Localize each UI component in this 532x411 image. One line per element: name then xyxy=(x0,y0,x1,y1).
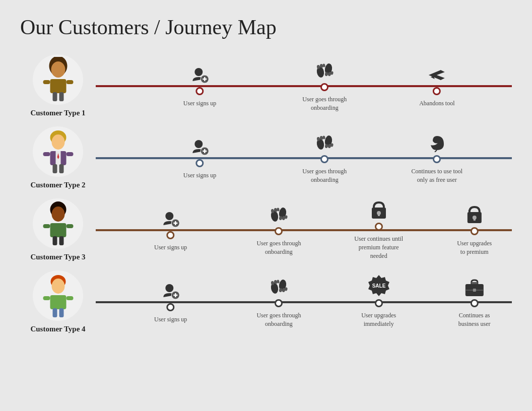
svg-rect-44 xyxy=(52,236,57,245)
step-label: Continues as business user xyxy=(455,311,493,328)
svg-point-28 xyxy=(195,140,203,148)
journey-row-2: Customer Type 2 User signs up User goes … xyxy=(20,126,512,189)
step-3-3: User continues until premium feature nee… xyxy=(351,199,407,260)
step-label: User upgrades to premium xyxy=(455,239,493,256)
title-bold: Our Customers xyxy=(20,16,149,39)
avatar-area-3: Customer Type 3 xyxy=(20,198,96,261)
lock-closed-icon xyxy=(370,199,388,220)
lock-open-icon xyxy=(466,204,484,224)
customer-label-2: Customer Type 2 xyxy=(30,181,85,189)
customer-label-4: Customer Type 4 xyxy=(30,325,85,333)
svg-rect-69 xyxy=(52,308,57,317)
step-dot xyxy=(275,299,283,307)
briefcase-icon xyxy=(464,276,485,296)
title-light: / Journey Map xyxy=(149,16,277,39)
timeline-1: User signs up User goes through onboardi… xyxy=(96,56,512,116)
step-1-1: User signs up xyxy=(183,64,216,108)
step-dot xyxy=(471,227,479,235)
step-dot xyxy=(275,227,283,235)
step-dot xyxy=(471,299,479,307)
svg-text:SALE: SALE xyxy=(372,283,385,289)
avatar xyxy=(33,270,83,321)
svg-point-67 xyxy=(51,279,64,294)
page-title: Our Customers / Journey Map xyxy=(20,15,512,39)
svg-rect-90 xyxy=(473,289,476,292)
step-label: User signs up xyxy=(183,99,216,108)
step-dot xyxy=(320,83,328,91)
svg-rect-5 xyxy=(43,80,50,84)
step-dot xyxy=(375,223,383,231)
svg-point-48 xyxy=(166,212,174,220)
step-3-2: User goes through onboarding xyxy=(251,204,306,256)
svg-rect-70 xyxy=(59,308,63,317)
signup-icon xyxy=(162,280,180,300)
timeline-2: User signs up User goes through onboardi… xyxy=(96,128,512,188)
avatar xyxy=(33,198,83,249)
step-dot xyxy=(433,155,441,163)
step-dot xyxy=(433,87,441,95)
avatar xyxy=(33,126,83,177)
step-dot xyxy=(320,155,328,163)
step-4-4: Continues as business user xyxy=(455,276,493,328)
timeline-4: User signs up User goes through onboardi… xyxy=(96,272,512,332)
svg-rect-45 xyxy=(59,236,63,245)
plane-icon xyxy=(427,64,447,84)
svg-rect-24 xyxy=(52,164,57,173)
step-4-2: User goes through onboarding xyxy=(251,276,306,328)
signup-icon xyxy=(191,136,209,156)
step-2-1: User signs up xyxy=(183,136,216,180)
footprints-icon xyxy=(314,132,335,152)
journey-map: Customer Type 1 User signs up User goes … xyxy=(20,54,512,333)
journey-row-1: Customer Type 1 User signs up User goes … xyxy=(20,54,512,117)
step-label: User signs up xyxy=(154,315,187,324)
svg-rect-26 xyxy=(43,152,50,156)
step-label: User goes through onboarding xyxy=(297,95,352,112)
step-dot xyxy=(196,87,204,95)
svg-rect-65 xyxy=(474,218,476,221)
svg-rect-68 xyxy=(50,295,66,309)
step-2-3: Continues to use tool only as free user xyxy=(409,132,464,184)
customer-label-3: Customer Type 3 xyxy=(30,253,85,261)
step-label: User goes through onboarding xyxy=(251,239,306,256)
svg-point-42 xyxy=(51,207,64,222)
step-label: User goes through onboarding xyxy=(297,167,352,184)
step-1-2: User goes through onboarding xyxy=(297,60,352,112)
step-label: User signs up xyxy=(154,243,187,252)
step-label: Continues to use tool only as free user xyxy=(409,167,464,184)
avatar-area-4: Customer Type 4 xyxy=(20,270,96,333)
svg-rect-47 xyxy=(66,224,73,228)
svg-rect-27 xyxy=(66,152,73,156)
avatar xyxy=(33,54,83,105)
avatar-area-2: Customer Type 2 xyxy=(20,126,96,189)
signup-icon xyxy=(191,64,209,84)
journey-row-4: Customer Type 4 User signs up User goes … xyxy=(20,270,512,333)
step-label: User goes through onboarding xyxy=(251,311,306,328)
step-label: User upgrades immediately xyxy=(351,311,407,328)
svg-point-20 xyxy=(51,134,64,150)
step-dot xyxy=(196,159,204,167)
step-3-4: User upgrades to premium xyxy=(455,204,493,256)
svg-rect-62 xyxy=(378,213,380,216)
svg-point-73 xyxy=(166,284,174,292)
step-dot xyxy=(167,231,175,239)
svg-rect-72 xyxy=(66,296,73,300)
sale-icon: SALE xyxy=(368,276,390,296)
step-1-3: Abandons tool xyxy=(419,64,454,108)
step-label: Abandons tool xyxy=(419,99,454,108)
svg-point-7 xyxy=(195,68,203,76)
step-label: User signs up xyxy=(183,171,216,180)
footprints-icon xyxy=(269,276,289,296)
leaf-icon xyxy=(428,132,446,152)
svg-rect-3 xyxy=(52,92,57,101)
signup-icon xyxy=(162,208,180,228)
step-2-2: User goes through onboarding xyxy=(297,132,352,184)
footprints-icon xyxy=(314,60,335,80)
step-3-1: User signs up xyxy=(154,208,187,252)
step-dot xyxy=(167,303,175,311)
svg-line-40 xyxy=(435,150,437,152)
svg-rect-43 xyxy=(50,223,66,237)
svg-rect-4 xyxy=(59,92,63,101)
svg-rect-25 xyxy=(59,164,63,173)
svg-rect-2 xyxy=(50,79,66,93)
svg-point-1 xyxy=(51,61,65,78)
